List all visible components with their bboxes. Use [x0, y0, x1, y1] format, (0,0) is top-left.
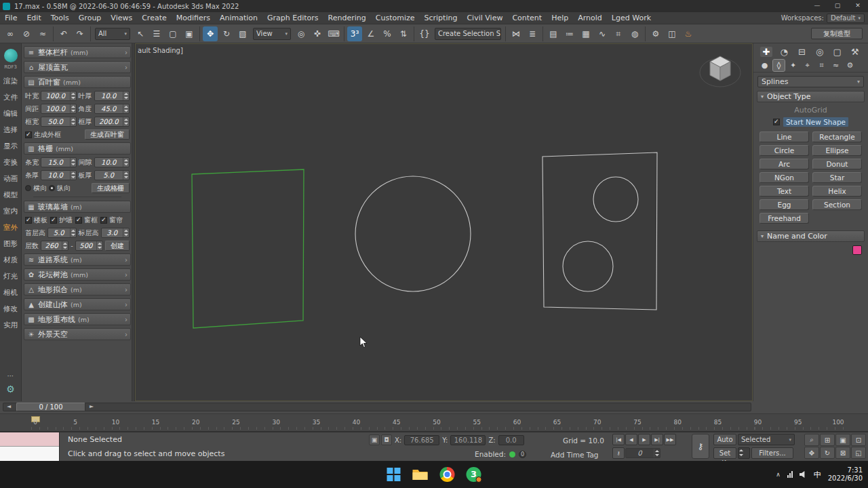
ribbon-item-material[interactable]: 材质 [3, 256, 18, 264]
spin-down-icon[interactable] [97, 246, 102, 251]
cameras-category[interactable]: ⌖ [802, 60, 813, 71]
go-to-end-button[interactable]: ▶▶ [664, 434, 676, 445]
select-and-link-icon[interactable]: ∞ [3, 26, 18, 41]
select-and-move-icon[interactable]: ✥ [203, 26, 218, 41]
first-floor-height-field-spinner[interactable] [70, 228, 76, 237]
listener-macro-line[interactable] [0, 432, 59, 447]
spin-down-icon[interactable] [71, 163, 76, 167]
frame-width-field[interactable]: 50.0 [41, 117, 77, 127]
volume-icon[interactable] [800, 471, 807, 478]
y-coordinate-field[interactable]: 160.118 [450, 435, 486, 445]
zoom-all-icon[interactable]: ⊞ [820, 434, 835, 446]
maximize-viewport-icon[interactable]: ◱ [851, 447, 866, 459]
spacing-field[interactable]: 100.0 [41, 104, 77, 114]
blade-width-field-spinner[interactable] [70, 92, 76, 100]
frame-thickness-field-spinner[interactable] [123, 117, 129, 126]
spin-down-icon[interactable] [123, 233, 129, 238]
ribbon-item-exterior[interactable]: 室外 [3, 223, 18, 231]
lights-category[interactable]: ✦ [787, 60, 799, 71]
zoom-extents-icon[interactable]: ▣ [835, 434, 850, 446]
x-coordinate-field[interactable]: 76.685 [404, 435, 439, 445]
menu-file[interactable]: File [0, 12, 22, 24]
ribbon-item-select[interactable]: 选择 [3, 125, 18, 134]
viewcube[interactable] [696, 51, 744, 90]
curtain-checkbox[interactable]: 窗帘 [100, 216, 123, 225]
rollout-header-terrain-retopo[interactable]: ▩地形重布线(m)› [24, 313, 131, 325]
current-frame-field[interactable]: 0 [625, 448, 660, 458]
menu-customize[interactable]: Customize [371, 12, 420, 24]
arc-button[interactable]: Arc [760, 159, 809, 169]
start-button[interactable] [387, 468, 401, 481]
blade-width-field[interactable]: 100.0 [41, 91, 77, 101]
time-slider-prev-button[interactable] [4, 403, 14, 411]
zoom-extents-all-icon[interactable]: ⊡ [851, 434, 866, 446]
spin-down-icon[interactable] [71, 233, 76, 238]
chevron-up-icon[interactable] [776, 471, 781, 478]
ngon-button[interactable]: NGon [760, 172, 809, 183]
start-new-shape-checkbox[interactable] [773, 119, 780, 125]
horizontal-radio[interactable]: 横向 [25, 184, 47, 193]
geometry-category[interactable]: ● [759, 60, 770, 71]
rollout-header-roof-tile[interactable]: ⌂屋顶盖瓦› [24, 61, 131, 73]
ribbon-item-camera[interactable]: 相机 [3, 288, 18, 296]
key-spinner[interactable] [738, 447, 750, 459]
menu-civil-view[interactable]: Civil View [462, 12, 507, 24]
spinner-snap-icon[interactable]: ⇅ [396, 26, 411, 41]
spin-down-icon[interactable] [71, 109, 76, 114]
frame-thickness-field[interactable]: 200.0 [94, 117, 130, 127]
auto-key-button[interactable]: Auto [713, 434, 736, 445]
standard-floor-height-field-spinner[interactable] [123, 228, 129, 237]
next-frame-button[interactable]: ▶| [651, 434, 663, 445]
rollout-header-blinds[interactable]: ▤百叶窗(mm) [24, 76, 131, 88]
close-button[interactable]: ✕ [848, 0, 868, 12]
spin-down-icon[interactable] [62, 246, 68, 251]
undo-icon[interactable]: ↶ [56, 26, 71, 41]
mirror-icon[interactable]: ⋈ [509, 26, 524, 41]
spin-down-icon[interactable] [123, 96, 129, 101]
selection-set-key-dropdown[interactable]: Selected [738, 434, 795, 445]
gap-field[interactable]: 10.0 [94, 157, 130, 167]
menu-scripting[interactable]: Scripting [420, 12, 462, 24]
edit-named-selection-sets-icon[interactable]: {} [417, 26, 432, 41]
viewport[interactable]: ault Shading] [135, 43, 753, 401]
browser-360-icon[interactable]: 3 [467, 467, 481, 482]
motion-tab[interactable]: ◎ [814, 47, 826, 57]
play-button[interactable]: ▶ [638, 434, 650, 445]
z-coordinate-field[interactable]: 0.0 [498, 435, 524, 445]
spin-down-icon[interactable] [123, 109, 129, 114]
menu-views[interactable]: Views [106, 12, 137, 24]
menu-content[interactable]: Content [507, 12, 547, 24]
set-key-button[interactable]: Set K. [713, 447, 736, 459]
parapet-checkbox[interactable]: 护墙 [50, 216, 73, 225]
angle-field[interactable]: 45.0 [94, 104, 130, 114]
systems-category[interactable]: ⚙ [844, 60, 856, 71]
select-and-rotate-icon[interactable]: ↻ [219, 26, 234, 41]
autogrid-checkbox[interactable]: AutoGrid [753, 106, 868, 115]
keyboard-override-icon[interactable]: ⌨ [326, 26, 341, 41]
hierarchy-tab[interactable]: ⊟ [795, 47, 808, 57]
go-to-start-button[interactable]: |◀ [612, 434, 625, 445]
floor-slab-checkbox[interactable]: 楼板 [25, 216, 47, 225]
plugin-panel-scrollbar[interactable] [132, 43, 134, 401]
render-production-icon[interactable]: ♨ [681, 26, 696, 41]
angle-field-spinner[interactable] [123, 104, 129, 113]
select-and-manipulate-icon[interactable]: ✜ [310, 26, 325, 41]
frame-spinner[interactable] [654, 449, 660, 458]
circle-button[interactable]: Circle [760, 145, 809, 156]
zoom-icon[interactable]: ⌕ [804, 434, 819, 446]
frame-width-field-spinner[interactable] [70, 117, 76, 126]
floors-from-field-spinner[interactable] [62, 241, 68, 250]
display-tab[interactable]: ▢ [831, 47, 844, 57]
plate-thickness-field-spinner[interactable] [123, 171, 129, 180]
listener-script-line[interactable] [0, 447, 59, 461]
ribbon-item-animation[interactable]: 动画 [3, 174, 18, 182]
time-slider-track[interactable] [3, 403, 751, 411]
plate-thickness-field[interactable]: 5.0 [94, 170, 130, 180]
menu-modifiers[interactable]: Modifiers [172, 12, 215, 24]
spin-down-icon[interactable] [71, 122, 76, 127]
section-button[interactable]: Section [812, 199, 862, 210]
generate-blinds-button[interactable]: 生成百叶窗 [85, 129, 130, 140]
previous-frame-button[interactable]: ◀ [625, 434, 637, 445]
ribbon-toggle-icon[interactable]: ▦ [578, 26, 593, 41]
viewport-shading-label[interactable]: ault Shading] [138, 47, 183, 54]
